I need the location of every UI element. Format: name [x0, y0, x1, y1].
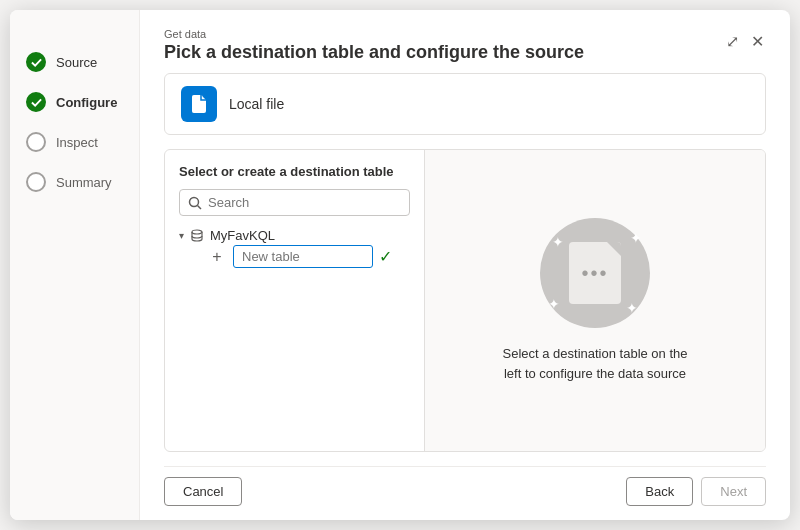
- step-label-configure: Configure: [56, 95, 117, 110]
- sparkle-icon-tl: ✦: [552, 234, 564, 250]
- tree: ▾ MyFavKQL + ✓: [179, 226, 410, 268]
- dialog: Source Configure Inspect Summary Get dat…: [10, 10, 790, 520]
- dialog-title: Pick a destination table and configure t…: [164, 42, 584, 63]
- sidebar-item-configure[interactable]: Configure: [10, 82, 139, 122]
- left-panel: Select or create a destination table ▾: [165, 150, 425, 451]
- search-box[interactable]: [179, 189, 410, 216]
- source-card-label: Local file: [229, 96, 284, 112]
- dialog-header: Get data Pick a destination table and co…: [164, 28, 766, 63]
- svg-line-2: [198, 205, 202, 209]
- doc-placeholder: •••: [569, 242, 621, 304]
- footer-left: Cancel: [164, 477, 242, 506]
- svg-point-3: [192, 230, 202, 234]
- main-content: Get data Pick a destination table and co…: [140, 10, 790, 520]
- close-icon: ✕: [751, 32, 764, 51]
- panel-title: Select or create a destination table: [179, 164, 410, 179]
- source-card-icon: [181, 86, 217, 122]
- close-button[interactable]: ✕: [749, 30, 766, 53]
- sidebar-item-source[interactable]: Source: [10, 42, 139, 82]
- tree-new-table-row: + ✓: [207, 245, 410, 268]
- sparkle-icon-tr: ✦: [630, 230, 642, 246]
- expand-button[interactable]: ⤢: [724, 30, 741, 53]
- tree-db-item[interactable]: ▾ MyFavKQL: [179, 226, 410, 245]
- sparkle-icon-br: ✦: [626, 300, 638, 316]
- two-column-area: Select or create a destination table ▾: [164, 149, 766, 452]
- placeholder-graphic: ✦ ✦ ••• ✦ ✦: [540, 218, 650, 328]
- sidebar: Source Configure Inspect Summary: [10, 10, 140, 520]
- step-label-source: Source: [56, 55, 97, 70]
- step-circle-inspect: [26, 132, 46, 152]
- right-panel-instruction: Select a destination table on the left t…: [495, 344, 695, 383]
- step-label-inspect: Inspect: [56, 135, 98, 150]
- confirm-new-table-icon[interactable]: ✓: [379, 247, 392, 266]
- expand-icon: ⤢: [726, 32, 739, 51]
- database-icon: [190, 229, 204, 243]
- sidebar-item-summary[interactable]: Summary: [10, 162, 139, 202]
- ellipsis-icon: •••: [581, 262, 608, 285]
- file-icon: [189, 94, 209, 114]
- cancel-button[interactable]: Cancel: [164, 477, 242, 506]
- step-circle-configure: [26, 92, 46, 112]
- back-button[interactable]: Back: [626, 477, 693, 506]
- source-card[interactable]: Local file: [164, 73, 766, 135]
- add-table-button[interactable]: +: [207, 247, 227, 267]
- step-circle-source: [26, 52, 46, 72]
- search-icon: [188, 196, 202, 210]
- right-panel: ✦ ✦ ••• ✦ ✦ Select a destination table o…: [425, 150, 765, 451]
- sidebar-item-inspect[interactable]: Inspect: [10, 122, 139, 162]
- sparkle-icon-bl: ✦: [548, 296, 560, 312]
- get-data-label: Get data: [164, 28, 584, 40]
- header-icons: ⤢ ✕: [724, 30, 766, 53]
- footer-right: Back Next: [626, 477, 766, 506]
- db-name-label: MyFavKQL: [210, 228, 275, 243]
- step-circle-summary: [26, 172, 46, 192]
- search-input[interactable]: [208, 195, 401, 210]
- chevron-down-icon: ▾: [179, 230, 184, 241]
- header-left: Get data Pick a destination table and co…: [164, 28, 584, 63]
- new-table-input[interactable]: [233, 245, 373, 268]
- svg-point-1: [190, 197, 199, 206]
- footer: Cancel Back Next: [164, 466, 766, 520]
- next-button: Next: [701, 477, 766, 506]
- step-label-summary: Summary: [56, 175, 112, 190]
